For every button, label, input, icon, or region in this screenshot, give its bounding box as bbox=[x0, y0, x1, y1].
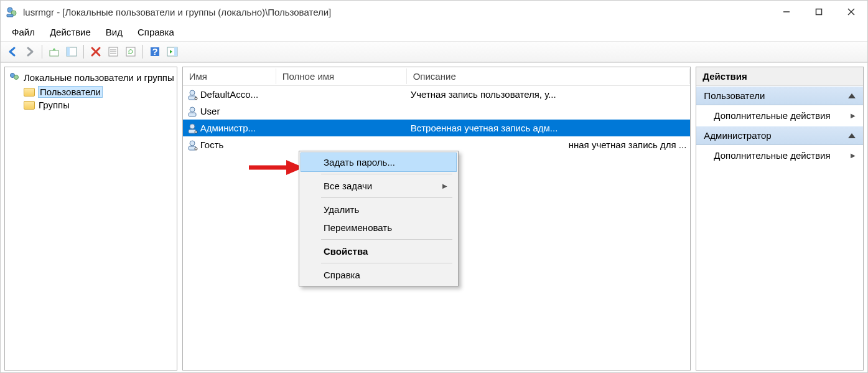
tree-groups-label: Группы bbox=[39, 100, 70, 110]
actions-section-users[interactable]: Пользователи bbox=[696, 86, 863, 105]
delete-button[interactable] bbox=[88, 44, 104, 60]
toolbar: ? bbox=[1, 42, 867, 63]
column-fullname[interactable]: Полное имя bbox=[276, 68, 407, 84]
actions-panel: Действия Пользователи Дополнительные дей… bbox=[696, 67, 864, 371]
refresh-button[interactable] bbox=[123, 44, 139, 60]
collapse-icon bbox=[848, 93, 856, 98]
menu-separator bbox=[321, 174, 452, 174]
cell-description: Учетная запись пользователя, у... bbox=[407, 89, 691, 100]
svg-rect-7 bbox=[50, 50, 58, 56]
chevron-right-icon: ▶ bbox=[442, 182, 447, 189]
svg-point-29 bbox=[190, 141, 195, 146]
list-row[interactable]: User bbox=[183, 103, 691, 120]
svg-rect-9 bbox=[67, 47, 70, 56]
svg-point-23 bbox=[195, 97, 197, 100]
list-header: Имя Полное имя Описание bbox=[183, 67, 691, 86]
column-description[interactable]: Описание bbox=[407, 68, 691, 84]
help-button[interactable]: ? bbox=[147, 44, 163, 60]
svg-point-28 bbox=[195, 131, 197, 133]
cell-name: Администр... bbox=[200, 123, 256, 133]
collapse-icon bbox=[848, 133, 856, 138]
svg-rect-2 bbox=[7, 14, 13, 17]
close-button[interactable] bbox=[835, 1, 867, 23]
svg-point-31 bbox=[195, 148, 197, 150]
svg-point-20 bbox=[14, 75, 19, 80]
ctx-label: Удалить bbox=[324, 204, 359, 215]
show-hide-tree-button[interactable] bbox=[63, 44, 80, 60]
properties-button[interactable] bbox=[105, 44, 121, 60]
menu-help[interactable]: Справка bbox=[131, 24, 180, 40]
cell-description: Встроенная учетная запись адм... bbox=[407, 123, 691, 133]
ctx-label: Все задачи bbox=[324, 181, 372, 191]
svg-rect-18 bbox=[174, 47, 177, 56]
ctx-all-tasks[interactable]: Все задачи▶ bbox=[301, 177, 456, 195]
svg-text:?: ? bbox=[152, 46, 157, 57]
menu-action[interactable]: Действие bbox=[44, 24, 97, 40]
user-icon bbox=[187, 139, 198, 151]
menu-file[interactable]: Файл bbox=[6, 24, 41, 40]
user-icon bbox=[187, 89, 198, 100]
app-icon bbox=[6, 6, 18, 18]
ctx-set-password[interactable]: Задать пароль... bbox=[301, 153, 456, 171]
folder-icon bbox=[24, 101, 35, 110]
context-menu: Задать пароль... Все задачи▶ Удалить Пер… bbox=[299, 151, 459, 286]
window-title: lusrmgr - [Локальные пользователи и груп… bbox=[23, 7, 770, 17]
chevron-right-icon: ▶ bbox=[851, 112, 856, 119]
tree-users[interactable]: Пользователи bbox=[6, 85, 175, 98]
tree-root[interactable]: Локальные пользователи и группы bbox=[6, 70, 175, 85]
toolbar-separator bbox=[42, 45, 42, 59]
ctx-label: Свойства bbox=[324, 246, 368, 257]
tree-panel: Локальные пользователи и группы Пользова… bbox=[4, 67, 177, 371]
ctx-label: Переименовать bbox=[324, 222, 392, 233]
annotation-arrow bbox=[249, 158, 305, 177]
menu-view[interactable]: Вид bbox=[100, 24, 129, 40]
svg-point-24 bbox=[190, 107, 195, 112]
toolbar-separator bbox=[83, 45, 84, 59]
tree-groups[interactable]: Группы bbox=[6, 98, 175, 111]
svg-rect-4 bbox=[816, 9, 822, 15]
actions-item-label: Дополнительные действия bbox=[714, 110, 830, 121]
users-groups-icon bbox=[9, 71, 20, 84]
cell-name: User bbox=[200, 106, 220, 116]
toolbar-separator bbox=[142, 45, 143, 59]
actions-section-label: Администратор bbox=[704, 130, 771, 141]
actions-section-admin[interactable]: Администратор bbox=[696, 126, 863, 145]
forward-button[interactable] bbox=[22, 44, 38, 60]
action-pane-button[interactable] bbox=[164, 44, 180, 60]
actions-item-label: Дополнительные действия bbox=[714, 150, 830, 161]
menubar: Файл Действие Вид Справка bbox=[1, 23, 867, 42]
back-button[interactable] bbox=[4, 44, 21, 60]
chevron-right-icon: ▶ bbox=[851, 152, 856, 159]
menu-separator bbox=[321, 197, 452, 198]
titlebar: lusrmgr - [Локальные пользователи и груп… bbox=[1, 1, 867, 23]
minimize-button[interactable] bbox=[770, 1, 803, 23]
ctx-rename[interactable]: Переименовать bbox=[301, 219, 456, 237]
svg-point-21 bbox=[190, 90, 195, 95]
ctx-label: Задать пароль... bbox=[324, 157, 395, 168]
ctx-help[interactable]: Справка bbox=[301, 266, 456, 284]
maximize-button[interactable] bbox=[803, 1, 835, 23]
cell-name: Гость bbox=[200, 139, 224, 150]
ctx-properties[interactable]: Свойства bbox=[301, 242, 456, 260]
up-button[interactable] bbox=[46, 44, 62, 60]
list-row-selected[interactable]: Администр... Встроенная учетная запись а… bbox=[183, 120, 691, 136]
actions-section-label: Пользователи bbox=[704, 90, 765, 101]
actions-more-users[interactable]: Дополнительные действия ▶ bbox=[696, 105, 863, 126]
tree-root-label: Локальные пользователи и группы bbox=[24, 72, 174, 83]
ctx-label: Справка bbox=[324, 270, 360, 280]
user-icon bbox=[187, 106, 198, 117]
actions-title: Действия bbox=[696, 67, 863, 86]
svg-point-26 bbox=[190, 124, 195, 129]
svg-rect-25 bbox=[189, 113, 196, 116]
ctx-delete[interactable]: Удалить bbox=[301, 201, 456, 219]
user-icon bbox=[187, 123, 198, 134]
menu-separator bbox=[321, 263, 452, 263]
folder-icon bbox=[24, 88, 35, 97]
cell-name: DefaultAcco... bbox=[200, 89, 258, 100]
cell-description: нная учетная запись для ... bbox=[407, 139, 691, 150]
actions-more-admin[interactable]: Дополнительные действия ▶ bbox=[696, 145, 863, 166]
tree-users-label: Пользователи bbox=[39, 87, 102, 97]
column-name[interactable]: Имя bbox=[183, 68, 276, 84]
list-row[interactable]: DefaultAcco... Учетная запись пользовате… bbox=[183, 86, 691, 103]
menu-separator bbox=[321, 239, 452, 240]
